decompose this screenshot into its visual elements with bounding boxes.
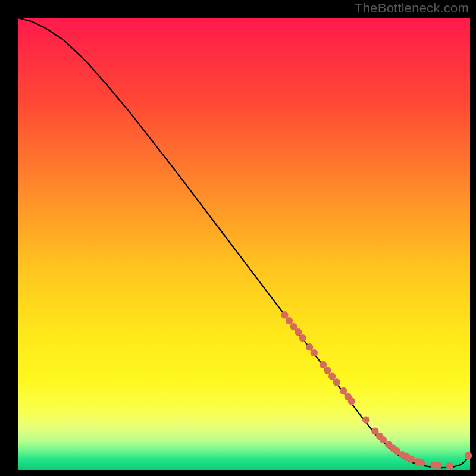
marker-point [295,328,302,336]
marker-point [311,349,318,356]
bottleneck-chart [0,0,476,476]
marker-point [324,367,331,374]
marker-point [281,311,288,318]
marker-point [333,378,340,386]
marker-point [286,317,293,324]
marker-point [340,387,347,394]
marker-point [408,456,415,463]
marker-point [306,343,313,350]
marker-point [465,452,472,459]
marker-point [380,436,387,443]
marker-point [435,462,442,469]
marker-point [328,372,336,380]
plot-background [18,18,470,470]
marker-point [362,416,369,423]
marker-point [446,462,453,469]
marker-point [299,334,306,342]
chart-frame: { "watermark": "TheBottleneck.com", "plo… [0,0,476,476]
marker-point [348,397,355,405]
marker-point [320,361,327,368]
marker-point [418,459,425,466]
